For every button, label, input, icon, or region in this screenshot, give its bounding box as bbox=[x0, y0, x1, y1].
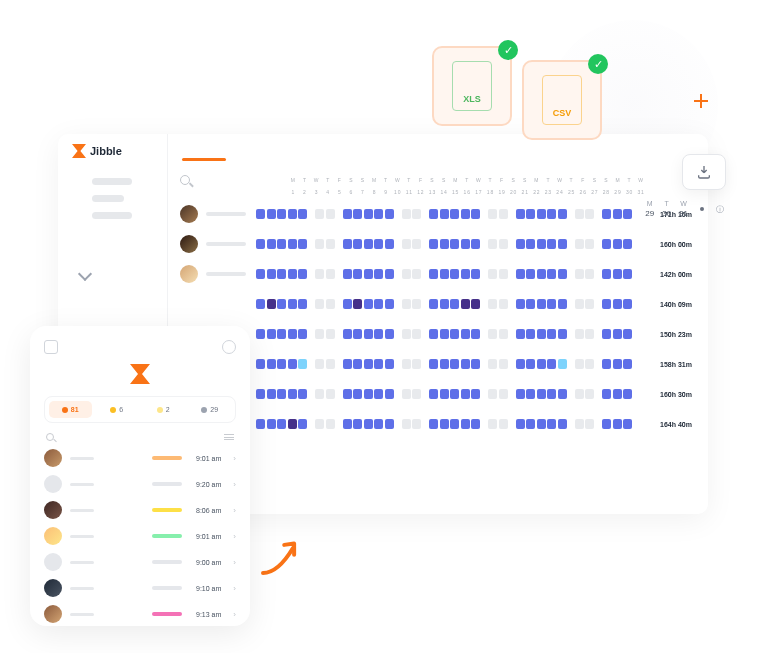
day-cell[interactable] bbox=[412, 359, 421, 369]
day-cell[interactable] bbox=[440, 299, 449, 309]
day-cell[interactable] bbox=[516, 389, 525, 399]
day-cell[interactable] bbox=[461, 239, 470, 249]
day-cell[interactable] bbox=[575, 329, 584, 339]
day-cell[interactable] bbox=[558, 239, 567, 249]
mobile-person-row[interactable]: 9:01 am› bbox=[44, 449, 236, 467]
day-cell[interactable] bbox=[499, 239, 508, 249]
day-cell[interactable] bbox=[450, 329, 459, 339]
day-cell[interactable] bbox=[429, 209, 438, 219]
day-cell[interactable] bbox=[537, 299, 546, 309]
day-cell[interactable] bbox=[461, 419, 470, 429]
day-cell[interactable] bbox=[412, 209, 421, 219]
day-cell[interactable] bbox=[412, 269, 421, 279]
day-cell[interactable] bbox=[277, 419, 286, 429]
menu-icon[interactable] bbox=[44, 340, 58, 354]
day-cell[interactable] bbox=[613, 269, 622, 279]
day-cell[interactable] bbox=[412, 389, 421, 399]
day-cell[interactable] bbox=[558, 389, 567, 399]
day-cell[interactable] bbox=[526, 209, 535, 219]
filter-icon[interactable] bbox=[222, 340, 236, 354]
day-cell[interactable] bbox=[277, 269, 286, 279]
chevron-down-icon[interactable] bbox=[78, 267, 92, 281]
filter-lines-icon[interactable] bbox=[224, 434, 234, 440]
day-cell[interactable] bbox=[585, 419, 594, 429]
day-cell[interactable] bbox=[326, 299, 335, 309]
day-cell[interactable] bbox=[623, 389, 632, 399]
day-cell[interactable] bbox=[450, 209, 459, 219]
day-cell[interactable] bbox=[613, 419, 622, 429]
day-cell[interactable] bbox=[488, 329, 497, 339]
day-cell[interactable] bbox=[256, 329, 265, 339]
avatar[interactable] bbox=[180, 235, 198, 253]
day-cell[interactable] bbox=[402, 299, 411, 309]
day-cell[interactable] bbox=[558, 209, 567, 219]
day-cell[interactable] bbox=[267, 209, 276, 219]
day-cell[interactable] bbox=[326, 269, 335, 279]
day-cell[interactable] bbox=[585, 209, 594, 219]
day-cell[interactable] bbox=[364, 269, 373, 279]
day-cell[interactable] bbox=[499, 359, 508, 369]
day-cell[interactable] bbox=[516, 419, 525, 429]
day-cell[interactable] bbox=[537, 329, 546, 339]
mobile-person-row[interactable]: 9:20 am› bbox=[44, 475, 236, 493]
day-cell[interactable] bbox=[575, 209, 584, 219]
day-cell[interactable] bbox=[385, 209, 394, 219]
timesheet-row[interactable]: 150h 23m bbox=[180, 319, 692, 349]
day-cell[interactable] bbox=[499, 209, 508, 219]
day-cell[interactable] bbox=[602, 419, 611, 429]
day-cell[interactable] bbox=[374, 359, 383, 369]
day-cell[interactable] bbox=[516, 299, 525, 309]
day-cell[interactable] bbox=[288, 269, 297, 279]
day-cell[interactable] bbox=[461, 269, 470, 279]
day-cell[interactable] bbox=[385, 389, 394, 399]
day-cell[interactable] bbox=[585, 329, 594, 339]
day-cell[interactable] bbox=[461, 299, 470, 309]
nav-item[interactable] bbox=[92, 212, 132, 219]
day-cell[interactable] bbox=[374, 299, 383, 309]
day-cell[interactable] bbox=[288, 329, 297, 339]
day-cell[interactable] bbox=[277, 389, 286, 399]
day-cell[interactable] bbox=[412, 239, 421, 249]
day-cell[interactable] bbox=[364, 239, 373, 249]
day-cell[interactable] bbox=[488, 239, 497, 249]
day-cell[interactable] bbox=[267, 389, 276, 399]
day-cell[interactable] bbox=[585, 239, 594, 249]
day-cell[interactable] bbox=[526, 299, 535, 309]
day-cell[interactable] bbox=[256, 239, 265, 249]
timesheet-row[interactable]: 142h 00m bbox=[180, 259, 692, 289]
day-cell[interactable] bbox=[267, 359, 276, 369]
day-cell[interactable] bbox=[450, 269, 459, 279]
mobile-person-row[interactable]: 9:13 am› bbox=[44, 605, 236, 623]
day-cell[interactable] bbox=[499, 389, 508, 399]
day-cell[interactable] bbox=[602, 239, 611, 249]
day-cell[interactable] bbox=[461, 209, 470, 219]
timesheet-row[interactable]: 164h 40m bbox=[180, 409, 692, 439]
day-cell[interactable] bbox=[412, 299, 421, 309]
day-cell[interactable] bbox=[277, 209, 286, 219]
day-cell[interactable] bbox=[613, 389, 622, 399]
timesheet-row[interactable]: 158h 31m bbox=[180, 349, 692, 379]
day-cell[interactable] bbox=[429, 239, 438, 249]
day-cell[interactable] bbox=[613, 329, 622, 339]
day-cell[interactable] bbox=[277, 359, 286, 369]
day-cell[interactable] bbox=[326, 209, 335, 219]
mobile-person-row[interactable]: 9:00 am› bbox=[44, 553, 236, 571]
day-cell[interactable] bbox=[471, 359, 480, 369]
day-cell[interactable] bbox=[315, 389, 324, 399]
day-cell[interactable] bbox=[288, 359, 297, 369]
day-cell[interactable] bbox=[402, 419, 411, 429]
day-cell[interactable] bbox=[256, 389, 265, 399]
day-cell[interactable] bbox=[537, 419, 546, 429]
day-cell[interactable] bbox=[558, 419, 567, 429]
day-cell[interactable] bbox=[440, 239, 449, 249]
day-cell[interactable] bbox=[315, 419, 324, 429]
day-cell[interactable] bbox=[277, 239, 286, 249]
day-cell[interactable] bbox=[471, 389, 480, 399]
chip-out[interactable]: 29 bbox=[189, 401, 232, 418]
day-cell[interactable] bbox=[585, 269, 594, 279]
day-cell[interactable] bbox=[440, 359, 449, 369]
day-cell[interactable] bbox=[461, 359, 470, 369]
day-cell[interactable] bbox=[429, 299, 438, 309]
avatar[interactable] bbox=[180, 265, 198, 283]
day-cell[interactable] bbox=[267, 299, 276, 309]
